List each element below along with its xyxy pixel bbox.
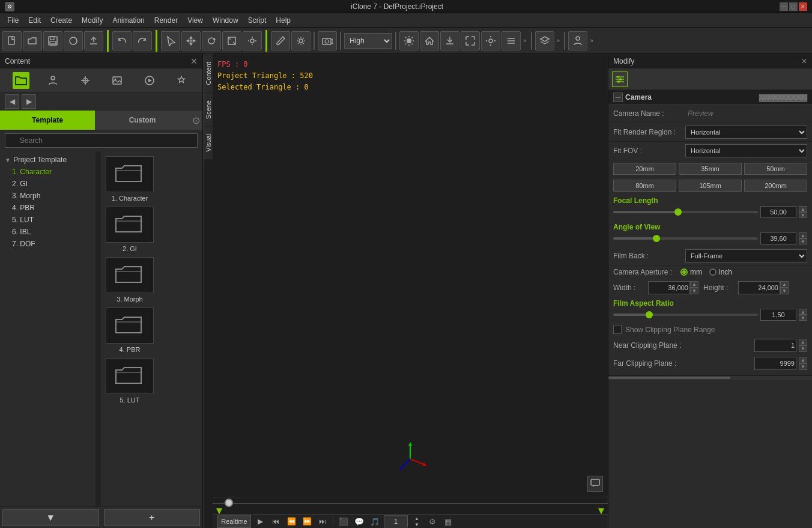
tree-root[interactable]: ▼ Project Template bbox=[0, 154, 95, 166]
far-clipping-up-btn[interactable]: ▲ bbox=[799, 357, 807, 363]
side-tab-content[interactable]: Content bbox=[204, 54, 213, 93]
focal-length-slider-thumb[interactable] bbox=[674, 208, 682, 216]
scale-button[interactable] bbox=[222, 31, 241, 50]
export-button[interactable] bbox=[84, 31, 103, 50]
brush-button[interactable] bbox=[271, 31, 290, 50]
tree-item-morph[interactable]: 3. Morph bbox=[0, 190, 95, 202]
content-icon-video[interactable] bbox=[141, 72, 158, 89]
content-close-button[interactable]: ✕ bbox=[190, 56, 198, 66]
open-button[interactable] bbox=[23, 31, 42, 50]
tl-goto-end-btn[interactable]: ⏭ bbox=[316, 515, 329, 528]
tree-item-pbr[interactable]: 4. PBR bbox=[0, 202, 95, 214]
character-button[interactable] bbox=[568, 31, 587, 50]
focal-20mm-button[interactable]: 20mm bbox=[613, 163, 676, 175]
content-down-button[interactable]: ▼ bbox=[2, 509, 99, 526]
tl-record-btn[interactable]: ▦ bbox=[441, 515, 455, 528]
timeline-thumb[interactable] bbox=[225, 499, 233, 507]
grid-item-pbr[interactable]: 4. PBR bbox=[106, 308, 154, 353]
menu-window[interactable]: Window bbox=[208, 15, 243, 26]
film-aspect-ratio-slider-track[interactable] bbox=[613, 314, 758, 316]
fullscreen-button[interactable] bbox=[461, 31, 480, 50]
menu-animation[interactable]: Animation bbox=[108, 15, 149, 26]
restore-button[interactable]: □ bbox=[789, 2, 798, 11]
near-clipping-input[interactable] bbox=[754, 339, 796, 352]
aperture-inch-radio[interactable] bbox=[709, 269, 717, 276]
quality-select[interactable]: High Low Medium Ultra bbox=[344, 33, 392, 49]
tl-loop-btn[interactable]: ⬛ bbox=[337, 515, 350, 528]
width-down-btn[interactable]: ▼ bbox=[690, 288, 698, 294]
side-tab-scene[interactable]: Scene bbox=[204, 93, 213, 126]
tl-step-fwd-btn[interactable]: ⏩ bbox=[300, 515, 314, 528]
select-button[interactable] bbox=[161, 31, 180, 50]
height-input[interactable] bbox=[738, 281, 780, 294]
layers-button[interactable] bbox=[535, 31, 554, 50]
tree-item-lut[interactable]: 5. LUT bbox=[0, 214, 95, 226]
preview-button[interactable] bbox=[64, 31, 83, 50]
menu-view[interactable]: View bbox=[183, 15, 208, 26]
film-back-select[interactable]: Full-Frame 35mm APS-C bbox=[685, 249, 807, 262]
search-input[interactable] bbox=[5, 133, 198, 148]
tl-goto-start-btn[interactable]: ⏮ bbox=[269, 515, 282, 528]
content-icon-folder[interactable] bbox=[13, 72, 29, 89]
viewport-canvas[interactable]: FPS : 0 Project Triangle : 520 Selected … bbox=[213, 54, 608, 497]
side-tab-visual[interactable]: Visual bbox=[204, 126, 213, 159]
expand-3[interactable]: » bbox=[589, 37, 595, 44]
angle-of-view-down-btn[interactable]: ▼ bbox=[799, 238, 807, 244]
tree-item-gi[interactable]: 2. GI bbox=[0, 178, 95, 190]
film-aspect-ratio-value-input[interactable] bbox=[760, 309, 796, 321]
grid-item-character[interactable]: 1. Character bbox=[106, 156, 154, 202]
angle-of-view-up-btn[interactable]: ▲ bbox=[799, 232, 807, 238]
menu-help[interactable]: Help bbox=[271, 15, 295, 26]
angle-of-view-slider-track[interactable] bbox=[613, 237, 758, 240]
tree-item-ibl[interactable]: 6. IBL bbox=[0, 226, 95, 238]
width-input[interactable] bbox=[648, 281, 690, 294]
film-aspect-ratio-down-btn[interactable]: ▼ bbox=[799, 315, 807, 321]
aperture-mm-option[interactable]: mm bbox=[680, 268, 702, 276]
minimize-button[interactable]: ─ bbox=[780, 2, 788, 11]
film-aspect-ratio-up-btn[interactable]: ▲ bbox=[799, 309, 807, 315]
tree-item-dof[interactable]: 7. DOF bbox=[0, 238, 95, 250]
modify-scrollbar[interactable] bbox=[608, 375, 812, 380]
menu-create[interactable]: Create bbox=[46, 15, 77, 26]
new-button[interactable] bbox=[2, 31, 22, 50]
content-icon-animation[interactable] bbox=[77, 72, 94, 89]
grid-item-morph[interactable]: 3. Morph bbox=[106, 257, 154, 303]
tree-item-character[interactable]: 1. Character bbox=[0, 166, 95, 178]
focal-length-up-btn[interactable]: ▲ bbox=[799, 206, 807, 212]
undo-button[interactable] bbox=[112, 31, 132, 50]
snap-button[interactable] bbox=[243, 31, 262, 50]
menu-modify[interactable]: Modify bbox=[77, 15, 108, 26]
redo-button[interactable] bbox=[133, 31, 152, 50]
tree-scrollbar[interactable] bbox=[96, 151, 101, 506]
frame-down-btn[interactable]: ▼ bbox=[410, 521, 423, 527]
content-icon-image[interactable] bbox=[109, 72, 126, 89]
fit-fov-select[interactable]: Horizontal Vertical Both bbox=[685, 144, 807, 157]
tl-caption-btn[interactable]: 💬 bbox=[353, 515, 366, 528]
content-options-button[interactable]: ⊙ bbox=[192, 115, 200, 126]
focal-35mm-button[interactable]: 35mm bbox=[679, 163, 742, 175]
nav-back-button[interactable]: ◀ bbox=[5, 94, 19, 109]
home-button[interactable] bbox=[420, 31, 439, 50]
far-clipping-input[interactable] bbox=[754, 357, 796, 370]
close-button[interactable]: ✕ bbox=[799, 2, 807, 11]
sun-button[interactable] bbox=[399, 31, 419, 50]
template-tab[interactable]: Template bbox=[0, 111, 95, 130]
expand-2[interactable]: » bbox=[556, 37, 562, 44]
frame-up-btn[interactable]: ▲ bbox=[410, 515, 423, 521]
aperture-inch-option[interactable]: inch bbox=[709, 268, 732, 276]
width-up-btn[interactable]: ▲ bbox=[690, 281, 698, 288]
viewport-chat-button[interactable] bbox=[587, 476, 603, 492]
tl-play-btn[interactable]: ▶ bbox=[253, 515, 267, 528]
tl-step-back-btn[interactable]: ⏪ bbox=[285, 515, 298, 528]
height-down-btn[interactable]: ▼ bbox=[780, 288, 789, 294]
fit-render-region-select[interactable]: Horizontal Vertical Both bbox=[685, 126, 807, 139]
angle-of-view-slider-thumb[interactable] bbox=[653, 235, 660, 242]
focal-50mm-button[interactable]: 50mm bbox=[744, 163, 807, 175]
focal-length-slider-track[interactable] bbox=[613, 211, 758, 213]
save-button[interactable] bbox=[43, 31, 62, 50]
focal-105mm-button[interactable]: 105mm bbox=[679, 180, 742, 192]
menu-render[interactable]: Render bbox=[150, 15, 183, 26]
tl-realtime-btn[interactable]: Realtime bbox=[217, 515, 251, 528]
custom-tab[interactable]: Custom bbox=[95, 111, 190, 130]
expand-1[interactable]: » bbox=[522, 37, 528, 44]
